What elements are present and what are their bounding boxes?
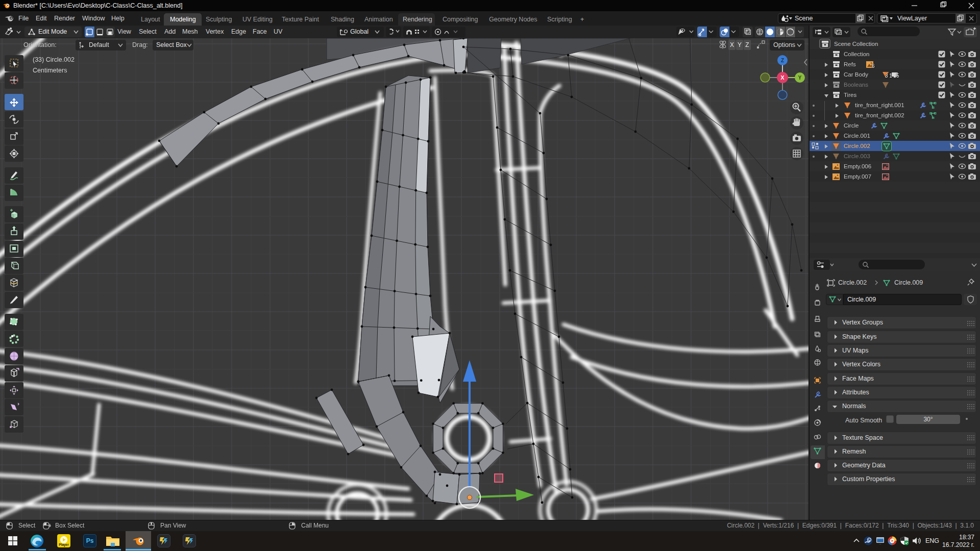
- svg-text:(33) Circle.002: (33) Circle.002: [33, 56, 75, 63]
- svg-text:Z: Z: [781, 58, 784, 63]
- svg-text:Y: Y: [798, 75, 802, 81]
- svg-text:Centimeters: Centimeters: [33, 67, 67, 74]
- svg-text:X: X: [780, 74, 785, 81]
- svg-text:Player: Player: [59, 543, 69, 547]
